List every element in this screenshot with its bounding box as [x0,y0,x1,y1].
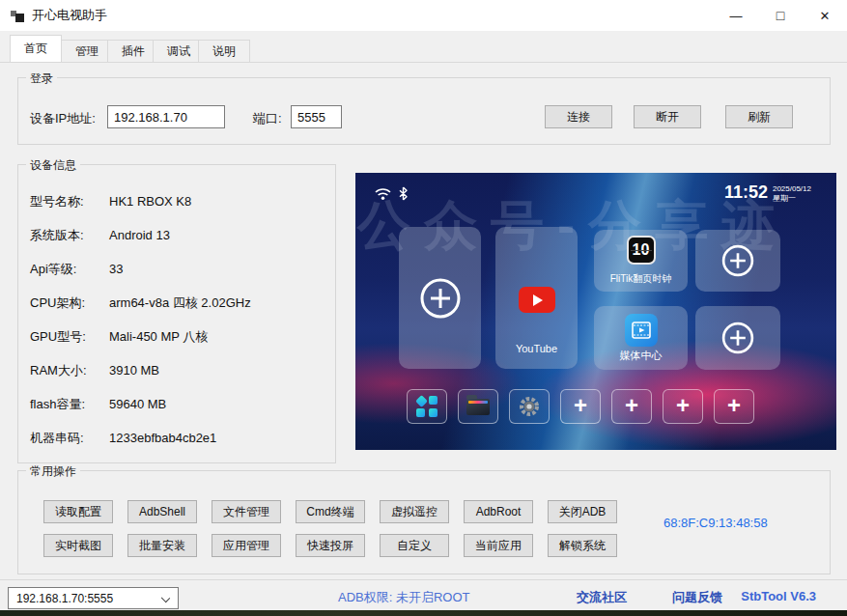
circle-plus-icon [418,276,463,321]
circle-plus-icon [720,321,755,355]
connect-button[interactable]: 连接 [545,105,612,128]
media-center-label: 媒体中心 [594,349,688,363]
flash-label: flash容量: [30,396,109,413]
title-bar: 开心电视助手 — □ ✕ [0,0,847,31]
adb-root-status: ADB权限: 未开启ROOT [338,589,470,606]
cmd-terminal-button[interactable]: Cmd终端 [296,500,365,523]
dock-settings-button[interactable] [509,389,550,424]
tv-screenshot-preview: 公众号-分享迹 11:52 2025/05/12 星期一 [355,173,836,450]
device-cpu-row: CPU架构: arm64-v8a 四核 2.02GHz [30,286,327,320]
feedback-link[interactable]: 问题反馈 [672,589,722,606]
file-manager-button[interactable]: 文件管理 [212,500,281,523]
add-app-tile[interactable] [695,230,780,292]
operations-group: 常用操作 读取配置 AdbShell 文件管理 Cmd终端 虚拟遥控 AdbRo… [17,470,831,574]
device-model-row: 型号名称: HK1 RBOX K8 [30,184,327,218]
add-app-tile[interactable] [695,306,780,370]
device-serial-row: 机器串码: 1233ebfbab4cb2e1 [30,421,327,455]
tab-manage[interactable]: 管理 [61,40,113,62]
plus-icon: + [676,394,690,419]
plus-icon: + [625,394,638,419]
os-value: Android 13 [109,228,170,242]
tv-clock-time: 11:52 [724,182,768,204]
quick-cast-button[interactable]: 快速投屏 [296,534,365,557]
read-config-button[interactable]: 读取配置 [43,500,113,523]
adb-root-button[interactable]: AdbRoot [464,500,533,523]
port-input[interactable] [291,105,342,128]
current-app-button[interactable]: 当前应用 [464,534,533,557]
dock-add-button[interactable]: + [663,389,703,424]
bluetooth-icon [399,186,408,201]
device-flash-row: flash容量: 59640 MB [30,387,327,421]
media-center-tile[interactable]: 媒体中心 [594,306,688,370]
custom-button[interactable]: 自定义 [380,534,449,557]
ram-value: 3910 MB [109,363,159,378]
community-link[interactable]: 交流社区 [577,589,627,606]
youtube-icon [519,287,555,313]
virtual-remote-button[interactable]: 虚拟遥控 [380,500,449,523]
device-os-row: 系统版本: Android 13 [30,218,327,252]
chevron-down-icon [161,594,170,602]
device-info-group-title: 设备信息 [26,157,80,174]
window-title: 开心电视助手 [32,7,107,24]
plus-icon: + [727,394,741,419]
tab-help[interactable]: 说明 [198,40,250,62]
dock-apps-button[interactable] [407,389,447,424]
dock-files-button[interactable] [458,389,498,424]
youtube-tile[interactable]: YouTube [495,227,578,369]
version-label: StbTool V6.3 [741,589,816,603]
tv-clock-weekday: 星期一 [773,194,796,203]
mac-address: 68:8F:C9:13:48:58 [663,516,768,530]
add-app-tile[interactable] [399,227,481,369]
batch-install-button[interactable]: 批量安装 [127,534,197,557]
port-label: 端口: [253,110,282,127]
device-selector-value: 192.168.1.70:5555 [16,592,113,605]
device-api-row: Api等级: 33 [30,252,327,286]
gpu-label: GPU型号: [30,328,109,346]
login-group-title: 登录 [26,70,57,87]
dock-add-button[interactable]: + [714,389,754,424]
close-adb-button[interactable]: 关闭ADB [548,500,617,523]
youtube-label: YouTube [495,343,578,354]
unlock-system-button[interactable]: 解锁系统 [548,534,617,557]
maximize-button[interactable]: □ [758,0,803,31]
adb-shell-button[interactable]: AdbShell [127,500,197,523]
api-label: Api等级: [30,261,109,278]
close-button[interactable]: ✕ [803,0,847,31]
wifi-icon [375,187,391,201]
apps-grid-icon [416,396,438,417]
model-label: 型号名称: [30,193,109,210]
flash-value: 59640 MB [109,397,166,411]
flitik-label: FliTik翻页时钟 [594,272,688,286]
gpu-value: Mali-450 MP 八核 [109,328,208,346]
tv-dock: + + + + [407,389,754,424]
disconnect-button[interactable]: 断开 [634,105,701,128]
ip-input[interactable] [107,105,225,128]
tab-debug[interactable]: 调试 [153,40,205,62]
device-selector[interactable]: 192.168.1.70:5555 [8,587,179,609]
flitik-clock-tile[interactable]: 10 FliTik翻页时钟 [594,230,688,292]
folder-icon [466,399,490,415]
app-window: 开心电视助手 — □ ✕ 首页 管理 插件 调试 说明 登录 设备IP地址: 端… [0,0,847,610]
cpu-value: arm64-v8a 四核 2.02GHz [109,294,251,312]
app-manager-button[interactable]: 应用管理 [212,534,281,557]
minimize-button[interactable]: — [714,0,758,31]
ip-label: 设备IP地址: [30,110,96,127]
status-bar: 192.168.1.70:5555 ADB权限: 未开启ROOT 交流社区 问题… [0,579,847,610]
model-value: HK1 RBOX K8 [109,194,191,209]
login-group: 登录 设备IP地址: 端口: 连接 断开 刷新 [17,77,831,145]
desktop-edge [0,610,847,616]
device-gpu-row: GPU型号: Mali-450 MP 八核 [30,320,327,353]
cpu-label: CPU架构: [30,294,109,312]
dock-add-button[interactable]: + [560,389,601,424]
app-icon [11,9,24,22]
dock-add-button[interactable]: + [611,389,652,424]
refresh-button[interactable]: 刷新 [725,105,793,128]
circle-plus-icon [720,243,755,278]
media-center-icon [625,314,658,347]
serial-value: 1233ebfbab4cb2e1 [109,431,216,445]
serial-label: 机器串码: [30,430,109,447]
live-screenshot-button[interactable]: 实时截图 [43,534,113,557]
tab-home[interactable]: 首页 [10,35,62,62]
ram-label: RAM大小: [30,362,109,379]
tab-plugins[interactable]: 插件 [107,40,159,62]
